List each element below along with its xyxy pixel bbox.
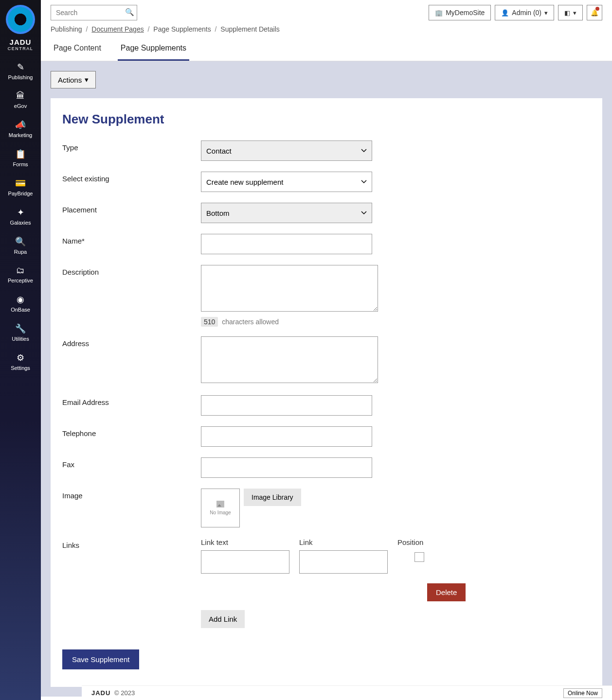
notifications-button[interactable]: 🔔 [587, 5, 602, 20]
admin-label: Admin (0) [512, 9, 541, 17]
sidebar-item-egov[interactable]: 🏛 eGov [0, 86, 41, 115]
user-icon: 👤 [501, 9, 509, 17]
search-input[interactable] [51, 5, 137, 20]
fax-input[interactable] [201, 457, 372, 478]
brand-subtitle: CENTRAL [8, 46, 34, 51]
sidebar-item-label: PayBridge [8, 191, 33, 196]
telephone-input[interactable] [201, 426, 372, 447]
link-text-input[interactable] [201, 550, 289, 574]
chevron-down-icon: ▾ [573, 9, 576, 17]
brand-logo-icon [6, 5, 35, 34]
tab-page-content[interactable]: Page Content [51, 39, 104, 61]
chevron-down-icon: ▾ [544, 9, 548, 17]
building-icon: 🏛 [16, 91, 25, 101]
actions-dropdown-button[interactable]: Actions ▾ [51, 71, 96, 88]
name-label: Name* [62, 234, 201, 254]
card-icon: 💳 [15, 178, 26, 189]
sidebar-item-label: Utilities [12, 336, 29, 342]
online-now-button[interactable]: Online Now [563, 688, 602, 698]
link-position-header: Position [397, 538, 441, 546]
search-button[interactable]: 🔍 [125, 8, 134, 17]
footer: JADU © 2023 Online Now [82, 685, 612, 700]
tabs: Page Content Page Supplements [41, 39, 612, 61]
topbar: 🔍 🏢 MyDemoSite 👤 Admin (0) ▾ ◧ ▾ 🔔 [41, 0, 612, 25]
breadcrumb: Publishing / Document Pages / Page Suppl… [41, 25, 612, 39]
sidebar: JADU CENTRAL ✎ Publishing 🏛 eGov 📣 Marke… [0, 0, 41, 700]
search-icon: 🔍 [15, 236, 26, 247]
footer-copyright: © 2023 [114, 689, 135, 697]
notification-dot [595, 7, 599, 11]
sidebar-item-label: Publishing [8, 74, 33, 80]
sidebar-item-forms[interactable]: 📋 Forms [0, 144, 41, 173]
breadcrumb-sep: / [86, 25, 88, 33]
image-label: Image [62, 489, 201, 527]
search-icon: 🔍 [125, 8, 134, 16]
panel-wrap: New Supplement Type Contact Select exist… [41, 98, 612, 697]
wrench-icon: 🔧 [15, 323, 26, 334]
link-url-input[interactable] [299, 550, 388, 574]
sidebar-item-marketing[interactable]: 📣 Marketing [0, 115, 41, 144]
select-existing-select[interactable]: Create new supplement [201, 172, 372, 192]
nodes-icon: ✦ [17, 207, 24, 218]
sidebar-item-rupa[interactable]: 🔍 Rupa [0, 231, 41, 261]
page-title: New Supplement [62, 112, 591, 127]
sidebar-item-label: Rupa [14, 249, 27, 255]
placement-label: Placement [62, 203, 201, 223]
breadcrumb-item: Publishing [51, 25, 82, 33]
type-select[interactable]: Contact [201, 140, 372, 161]
site-name: MyDemoSite [446, 9, 485, 17]
breadcrumb-sep: / [148, 25, 150, 33]
sidebar-item-paybridge[interactable]: 💳 PayBridge [0, 173, 41, 202]
main-content: 🔍 🏢 MyDemoSite 👤 Admin (0) ▾ ◧ ▾ 🔔 [41, 0, 612, 700]
select-existing-label: Select existing [62, 172, 201, 192]
char-count-value: 510 [201, 317, 218, 327]
actions-label: Actions [58, 76, 82, 84]
search-wrap: 🔍 [51, 5, 137, 20]
address-textarea[interactable] [201, 336, 378, 383]
sidebar-item-onbase[interactable]: ◉ OnBase [0, 289, 41, 318]
breadcrumb-item: Page Supplements [153, 25, 211, 33]
footer-brand: JADU [91, 689, 110, 697]
link-position-checkbox[interactable] [414, 552, 424, 562]
link-url-header: Link [299, 538, 388, 546]
sidebar-item-utilities[interactable]: 🔧 Utilities [0, 318, 41, 348]
links-label: Links [62, 538, 201, 628]
char-count-text: characters allowed [222, 318, 279, 326]
image-library-button[interactable]: Image Library [244, 489, 301, 506]
link-row [201, 550, 591, 574]
type-label: Type [62, 140, 201, 161]
sidebar-item-label: OnBase [11, 307, 30, 313]
sidebar-item-label: Forms [13, 161, 28, 167]
files-icon: 🗂 [16, 265, 25, 276]
form-panel: New Supplement Type Contact Select exist… [51, 98, 602, 687]
sidebar-item-perceptive[interactable]: 🗂 Perceptive [0, 261, 41, 289]
no-image-text: No Image [210, 510, 231, 515]
sidebar-item-publishing[interactable]: ✎ Publishing [0, 57, 41, 86]
sidebar-item-settings[interactable]: ⚙ Settings [0, 348, 41, 377]
name-input[interactable] [201, 234, 372, 254]
tab-page-supplements[interactable]: Page Supplements [118, 39, 189, 61]
save-supplement-button[interactable]: Save Supplement [62, 649, 139, 669]
inbox-icon: ◧ [564, 9, 570, 17]
site-switch-button[interactable]: 🏢 MyDemoSite [429, 5, 491, 20]
image-placeholder-icon [216, 501, 224, 508]
breadcrumb-link-document-pages[interactable]: Document Pages [91, 25, 144, 33]
gear-icon: ⚙ [17, 352, 24, 363]
email-label: Email Address [62, 395, 201, 416]
sidebar-item-galaxies[interactable]: ✦ Galaxies [0, 202, 41, 231]
play-circle-icon: ◉ [17, 294, 24, 305]
breadcrumb-sep: / [215, 25, 217, 33]
add-link-button[interactable]: Add Link [201, 610, 245, 628]
delete-link-button[interactable]: Delete [427, 583, 466, 601]
char-counter: 510 characters allowed [201, 318, 378, 326]
description-textarea[interactable] [201, 265, 378, 312]
admin-user-button[interactable]: 👤 Admin (0) ▾ [495, 5, 554, 20]
building-icon: 🏢 [435, 9, 443, 17]
email-input[interactable] [201, 395, 372, 416]
address-label: Address [62, 336, 201, 385]
pencil-icon: ✎ [17, 62, 24, 72]
links-header: Link text Link Position [201, 538, 591, 546]
top-actions: 🏢 MyDemoSite 👤 Admin (0) ▾ ◧ ▾ 🔔 [429, 5, 602, 20]
placement-select[interactable]: Bottom [201, 203, 372, 223]
inbox-button[interactable]: ◧ ▾ [558, 5, 583, 20]
